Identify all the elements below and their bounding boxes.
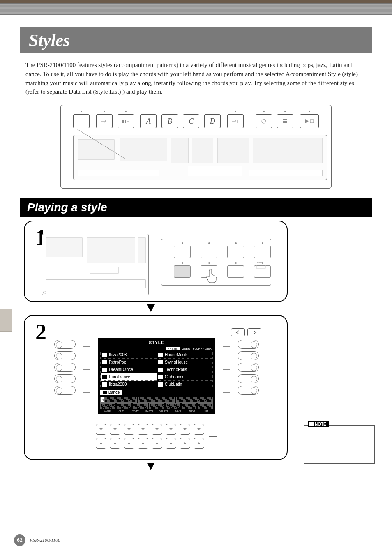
lcd-foot-button-up: [100, 403, 101, 409]
toggle-button: [138, 424, 148, 449]
step1-zoom-panel: [161, 239, 271, 286]
selector-knob: [238, 386, 259, 395]
style-icon: [102, 375, 107, 379]
lcd-footer-buttons-2: [100, 403, 213, 409]
selector-knob: [238, 340, 259, 349]
lcd-item: Ibiza2003: [101, 351, 157, 359]
control-panel-illustration: A B C D: [60, 105, 332, 189]
lcd-page-indicator: P1: [100, 397, 105, 403]
zoom-button-highlighted: [174, 265, 191, 278]
lcd-item: Ibiza2000: [101, 381, 157, 388]
lcd-tabs: PRESETUSERFLOPPY DISK: [100, 347, 213, 350]
panel-button: [73, 114, 90, 128]
svg-rect-8: [256, 265, 265, 268]
panel-button-c: C: [183, 114, 199, 128]
selector-knob: [238, 363, 259, 372]
toggle-button: [166, 424, 176, 449]
panel-button-b: B: [161, 114, 178, 128]
svg-point-2: [262, 119, 266, 123]
finger-press-icon: [206, 269, 217, 283]
style-icon: [158, 382, 163, 387]
top-gray-stripe: [0, 3, 392, 15]
selector-knob: [54, 386, 76, 395]
bottom-toggle-row: [96, 424, 217, 449]
right-leader-lines: [223, 342, 230, 393]
style-icon: [158, 368, 163, 372]
step-number-2: 2: [35, 319, 46, 345]
down-arrow-icon: [147, 304, 155, 312]
svg-rect-5: [283, 122, 287, 123]
style-icon: [102, 382, 107, 387]
back-next-buttons: [231, 328, 261, 336]
style-icon: [158, 353, 163, 357]
section-heading-bar: Playing a style: [20, 198, 372, 217]
svg-rect-1: [125, 120, 126, 123]
zoom-button: [254, 246, 271, 258]
step1-left-panel-illustration: [42, 234, 149, 295]
lcd-category-label: Dance: [100, 390, 122, 395]
leader-line: [209, 436, 217, 437]
panel-button: [96, 114, 113, 128]
step-2-box: 2 STYLE: [24, 315, 288, 460]
toggle-button: [110, 424, 120, 449]
right-selector-knobs: [238, 340, 259, 395]
model-badge: 2100: [256, 259, 269, 270]
lcd-footer-buttons: P1: [100, 397, 213, 403]
lcd-item: Clubdance: [157, 373, 212, 381]
selector-knob: [54, 340, 76, 349]
lcd-item: DreamDance: [101, 366, 157, 373]
left-selector-knobs: [54, 340, 76, 395]
style-icon: [102, 368, 107, 372]
selector-knob: [54, 374, 76, 383]
toggle-button: [180, 424, 190, 449]
page-footer: 62 PSR-2100/1100: [14, 534, 60, 546]
lcd-item: TechnoPolis: [157, 366, 212, 373]
toggle-button: [96, 424, 106, 449]
note-label-tab: NOTE: [308, 421, 329, 427]
toggle-button: [152, 424, 162, 449]
lcd-foot-button: [100, 397, 137, 403]
selector-knob: [238, 374, 259, 383]
lcd-foot-button: [100, 403, 115, 409]
next-button: [247, 328, 261, 336]
jack-icon: [43, 291, 46, 294]
panel-button: [227, 114, 244, 128]
transport-button-row: A B C D: [73, 114, 319, 128]
page-number-badge: 62: [14, 534, 25, 546]
lcd-style-grid: Ibiza2003 HouseMusik RetroPop SwingHouse…: [100, 351, 213, 388]
note-callout-box: NOTE: [304, 425, 375, 464]
chapter-title-bar: Styles: [20, 27, 372, 53]
intro-paragraph: The PSR-2100/1100 features styles (accom…: [25, 61, 367, 97]
panel-button-a: A: [140, 114, 157, 128]
zoom-button: [227, 246, 244, 258]
section-thumb-tab: [0, 309, 12, 332]
lcd-tab-floppy: FLOPPY DISK: [191, 347, 213, 350]
zoom-button: [227, 265, 244, 278]
panel-button-d: D: [204, 114, 221, 128]
callout-line: [76, 128, 129, 161]
svg-rect-6: [310, 120, 314, 123]
back-button: [231, 328, 245, 336]
svg-rect-0: [122, 120, 124, 123]
down-arrow-icon: [147, 463, 155, 470]
lcd-tab-user: USER: [181, 347, 191, 350]
lcd-foot-button: [176, 397, 213, 403]
lcd-foot-button: [138, 397, 175, 403]
lcd-foot-button: [133, 403, 148, 409]
panel-button: [256, 114, 272, 128]
lcd-item: HouseMusik: [157, 351, 212, 359]
lcd-foot-button: [166, 403, 180, 409]
left-leader-lines: [83, 342, 90, 393]
note-body: [304, 426, 374, 463]
style-icon: [102, 360, 107, 364]
lcd-screen: STYLE PRESETUSERFLOPPY DISK Ibiza2003 Ho…: [98, 338, 215, 414]
svg-rect-3: [283, 119, 287, 120]
zoom-button: [201, 246, 217, 258]
lcd-item: SwingHouse: [157, 359, 212, 366]
lcd-tab-preset: PRESET: [166, 347, 180, 350]
selector-knob: [54, 351, 76, 360]
lcd-foot-button: [182, 403, 197, 409]
svg-rect-4: [283, 121, 287, 122]
panel-button: [118, 114, 134, 128]
style-icon: [102, 353, 107, 357]
